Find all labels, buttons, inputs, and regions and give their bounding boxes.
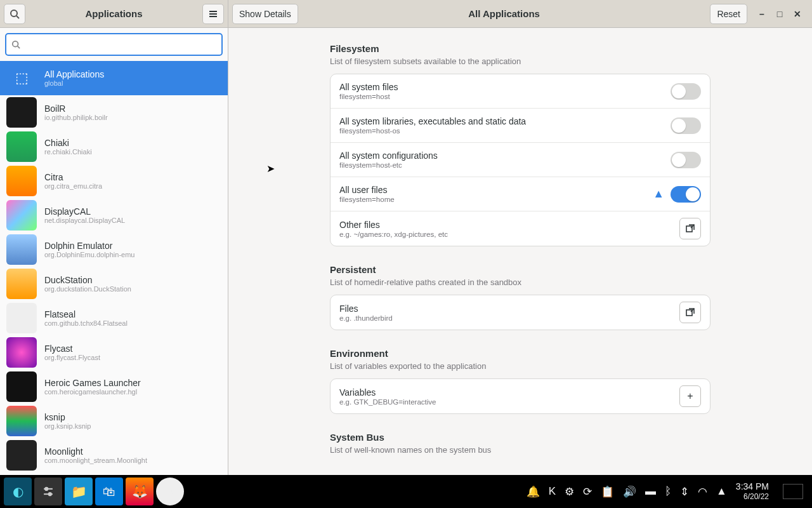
app-icon (6, 406, 37, 436)
settings-panel: All system files filesystem=host All sys… (330, 74, 710, 246)
content-inner: Filesystem List of filesystem subsets av… (330, 43, 710, 460)
content-headerbar: Show Details All Applications Reset – □ … (228, 0, 812, 28)
taskbar-launcher[interactable]: ◐ (4, 478, 32, 505)
setting-row: All system configurations filesystem=hos… (331, 143, 710, 177)
app-icon (6, 337, 37, 368)
tray-steam-icon[interactable]: ⚙ (565, 485, 574, 498)
taskbar-files[interactable]: 📁 (65, 478, 93, 505)
app-item-chiaki[interactable]: Chiaki re.chiaki.Chiaki (0, 130, 228, 164)
section-title: Filesystem (330, 43, 710, 54)
app-id: org.DolphinEmu.dolphin-emu (44, 251, 134, 258)
tray-notifications-icon[interactable]: 🔔 (527, 485, 540, 498)
setting-row: Variables e.g. GTK_DEBUG=interactive + (331, 379, 710, 413)
app-list[interactable]: ⬚ All Applications global BoilR io.githu… (0, 61, 228, 475)
row-text: All system libraries, executables and st… (339, 116, 664, 135)
app-icon: ⬚ (6, 63, 37, 93)
row-text: All system configurations filesystem=hos… (339, 150, 664, 169)
taskbar[interactable]: ◐ 📁 🛍 🦊 ◎ 🔔 K ⚙ ⟳ 📋 🔊 ▬ ᛒ ⇕ ◠ ▲ 3:34 PM … (0, 475, 812, 508)
reset-button[interactable]: Reset (710, 4, 747, 24)
section-system-bus: System Bus List of well-known names on t… (330, 432, 710, 455)
section-environment: Environment List of variables exported t… (330, 348, 710, 414)
app-icon (6, 200, 37, 231)
app-text: All Applications global (44, 69, 104, 87)
app-icon (6, 440, 37, 471)
app-text: DisplayCAL net.displaycal.DisplayCAL (44, 206, 125, 224)
content-body[interactable]: Filesystem List of filesystem subsets av… (228, 28, 812, 475)
section-persistent: Persistent List of homedir-relative path… (330, 264, 710, 330)
tray-app-icon[interactable]: K (549, 485, 556, 498)
app-text: Chiaki re.chiaki.Chiaki (44, 138, 92, 156)
tray-updates-icon[interactable]: ⟳ (583, 485, 592, 498)
minimize-button[interactable]: – (757, 10, 766, 18)
setting-row: All user files filesystem=home ▲ (331, 177, 710, 211)
tray-battery-icon[interactable]: ▬ (645, 485, 656, 498)
app-item-all-applications[interactable]: ⬚ All Applications global (0, 61, 228, 95)
sidebar-headerbar: Applications (0, 0, 228, 28)
expand-button[interactable] (679, 302, 701, 323)
section-desc: List of filesystem subsets available to … (330, 57, 710, 66)
taskbar-settings[interactable] (34, 478, 62, 505)
search-input[interactable] (24, 39, 216, 50)
toggle-switch[interactable] (671, 83, 701, 100)
toggle-switch[interactable] (671, 186, 701, 203)
app-item-dolphin-emulator[interactable]: Dolphin Emulator org.DolphinEmu.dolphin-… (0, 232, 228, 267)
app-name: Moonlight (44, 446, 147, 457)
add-button[interactable]: + (679, 385, 701, 407)
row-text: All system files filesystem=host (339, 82, 664, 100)
search-icon (11, 40, 20, 49)
app-item-duckstation[interactable]: DuckStation org.duckstation.DuckStation (0, 267, 228, 301)
section-desc: List of variables exported to the applic… (330, 361, 710, 371)
tray-volume-icon[interactable]: 🔊 (623, 485, 636, 498)
row-subtitle: e.g. .thunderbird (339, 314, 673, 322)
app-id: org.flycast.Flycast (44, 354, 100, 361)
app-item-displaycal[interactable]: DisplayCAL net.displaycal.DisplayCAL (0, 198, 228, 232)
app-item-heroic-games-launcher[interactable]: Heroic Games Launcher com.heroicgameslau… (0, 370, 228, 404)
hamburger-menu-button[interactable] (202, 4, 224, 24)
app-item-boilr[interactable]: BoilR io.github.philipk.boilr (0, 95, 228, 130)
search-field[interactable] (5, 33, 223, 56)
taskbar-firefox[interactable]: 🦊 (126, 478, 154, 505)
app-item-ksnip[interactable]: ksnip org.ksnip.ksnip (0, 404, 228, 438)
app-icon (6, 131, 37, 162)
app-name: BoilR (44, 104, 108, 114)
show-desktop-button[interactable] (783, 484, 803, 499)
expand-button[interactable] (679, 218, 701, 239)
section-desc: List of well-known names on the system b… (330, 445, 710, 455)
app-text: Dolphin Emulator org.DolphinEmu.dolphin-… (44, 241, 134, 258)
toggle-switch[interactable] (671, 117, 701, 134)
toggle-switch[interactable] (671, 152, 701, 168)
app-name: Chiaki (44, 138, 92, 148)
hamburger-icon (208, 9, 218, 19)
row-text: Other files e.g. ~/games:ro, xdg-picture… (339, 220, 673, 238)
row-title: All user files (339, 185, 646, 195)
tray-clipboard-icon[interactable]: 📋 (601, 485, 614, 498)
close-button[interactable]: ✕ (793, 10, 802, 18)
search-button[interactable] (4, 4, 25, 24)
app-name: Citra (44, 172, 102, 182)
app-item-flycast[interactable]: Flycast org.flycast.Flycast (0, 335, 228, 370)
taskbar-flatseal[interactable]: ◎ (156, 478, 184, 505)
app-item-flatseal[interactable]: Flatseal com.github.tchx84.Flatseal (0, 301, 228, 335)
app-id: global (44, 79, 104, 87)
tray-bluetooth-icon[interactable]: ᛒ (665, 485, 671, 498)
tray-wifi-icon[interactable]: ◠ (698, 485, 707, 498)
clock-time: 3:34 PM (736, 481, 769, 492)
flatseal-window: Applications ⬚ All Applications global B… (0, 0, 812, 475)
row-title: All system libraries, executables and st… (339, 116, 664, 126)
taskbar-store[interactable]: 🛍 (95, 478, 123, 505)
tray-expand-icon[interactable]: ▲ (716, 485, 727, 498)
tray-usb-icon[interactable]: ⇕ (680, 485, 689, 498)
maximize-button[interactable]: □ (775, 10, 784, 18)
show-details-button[interactable]: Show Details (232, 4, 298, 24)
warning-icon: ▲ (653, 187, 664, 201)
app-icon (6, 234, 37, 265)
section-title: Environment (330, 348, 710, 359)
app-item-citra[interactable]: Citra org.citra_emu.citra (0, 164, 228, 198)
app-item-moonlight[interactable]: Moonlight com.moonlight_stream.Moonlight (0, 438, 228, 472)
app-icon (6, 303, 37, 333)
row-subtitle: filesystem=host-etc (339, 161, 664, 169)
app-name: Flycast (44, 344, 100, 354)
taskbar-clock[interactable]: 3:34 PM 6/20/22 (736, 481, 769, 501)
row-subtitle: filesystem=host (339, 93, 664, 100)
app-text: DuckStation org.duckstation.DuckStation (44, 275, 131, 293)
